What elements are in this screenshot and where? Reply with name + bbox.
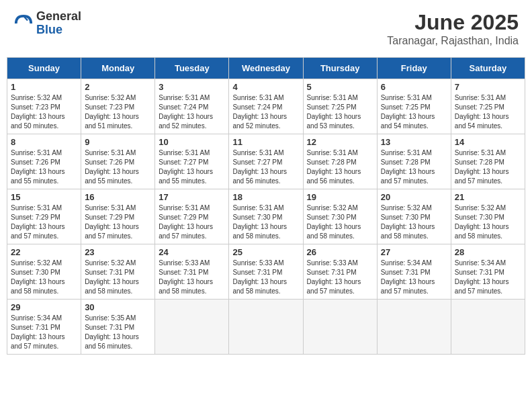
day-info: Sunrise: 5:31 AMSunset: 7:28 PMDaylight:…	[455, 148, 521, 186]
day-number: 22	[11, 247, 77, 257]
day-number: 6	[381, 82, 447, 92]
table-row: 21Sunrise: 5:32 AMSunset: 7:30 PMDayligh…	[451, 189, 525, 244]
location-title: Taranagar, Rajasthan, India	[387, 35, 519, 47]
day-number: 19	[307, 192, 373, 202]
table-row: 11Sunrise: 5:31 AMSunset: 7:27 PMDayligh…	[229, 134, 303, 189]
day-info: Sunrise: 5:31 AMSunset: 7:27 PMDaylight:…	[232, 148, 299, 186]
day-info: Sunrise: 5:31 AMSunset: 7:29 PMDaylight:…	[159, 203, 225, 241]
day-number: 1	[11, 82, 77, 92]
day-number: 17	[159, 192, 225, 202]
day-number: 18	[232, 192, 299, 202]
table-row	[451, 300, 525, 355]
day-number: 10	[159, 137, 225, 147]
day-info: Sunrise: 5:32 AMSunset: 7:23 PMDaylight:…	[85, 93, 151, 131]
day-info: Sunrise: 5:32 AMSunset: 7:31 PMDaylight:…	[85, 259, 151, 296]
day-info: Sunrise: 5:31 AMSunset: 7:25 PMDaylight:…	[307, 93, 373, 131]
table-row: 24Sunrise: 5:33 AMSunset: 7:31 PMDayligh…	[155, 244, 229, 300]
table-row: 14Sunrise: 5:31 AMSunset: 7:28 PMDayligh…	[451, 134, 525, 189]
table-row: 29Sunrise: 5:34 AMSunset: 7:31 PMDayligh…	[7, 300, 81, 355]
day-number: 16	[85, 192, 151, 202]
day-number: 14	[455, 137, 521, 147]
table-row: 18Sunrise: 5:31 AMSunset: 7:30 PMDayligh…	[229, 189, 303, 244]
table-row: 3Sunrise: 5:31 AMSunset: 7:24 PMDaylight…	[155, 79, 229, 134]
day-number: 28	[455, 247, 521, 257]
table-row	[377, 300, 451, 355]
table-row: 8Sunrise: 5:31 AMSunset: 7:26 PMDaylight…	[7, 134, 81, 189]
table-row: 2Sunrise: 5:32 AMSunset: 7:23 PMDaylight…	[81, 79, 155, 134]
day-info: Sunrise: 5:31 AMSunset: 7:30 PMDaylight:…	[232, 203, 299, 241]
col-wednesday: Wednesday	[229, 58, 303, 79]
table-row: 20Sunrise: 5:32 AMSunset: 7:30 PMDayligh…	[377, 189, 451, 244]
table-row: 25Sunrise: 5:33 AMSunset: 7:31 PMDayligh…	[229, 244, 303, 300]
day-info: Sunrise: 5:31 AMSunset: 7:24 PMDaylight:…	[159, 93, 225, 131]
col-monday: Monday	[81, 58, 155, 79]
table-row: 27Sunrise: 5:34 AMSunset: 7:31 PMDayligh…	[377, 244, 451, 300]
day-info: Sunrise: 5:32 AMSunset: 7:23 PMDaylight:…	[11, 93, 77, 131]
day-number: 13	[381, 137, 447, 147]
table-row: 10Sunrise: 5:31 AMSunset: 7:27 PMDayligh…	[155, 134, 229, 189]
day-info: Sunrise: 5:33 AMSunset: 7:31 PMDaylight:…	[307, 259, 373, 296]
calendar-week-1: 1Sunrise: 5:32 AMSunset: 7:23 PMDaylight…	[7, 79, 525, 134]
day-number: 29	[11, 302, 77, 312]
table-row: 6Sunrise: 5:31 AMSunset: 7:25 PMDaylight…	[377, 79, 451, 134]
col-tuesday: Tuesday	[155, 58, 229, 79]
logo-text: General Blue	[36, 10, 81, 37]
day-info: Sunrise: 5:32 AMSunset: 7:30 PMDaylight:…	[307, 203, 373, 241]
day-number: 3	[159, 82, 225, 92]
day-info: Sunrise: 5:31 AMSunset: 7:28 PMDaylight:…	[307, 148, 373, 186]
day-number: 21	[455, 192, 521, 202]
day-number: 30	[85, 302, 151, 312]
day-info: Sunrise: 5:31 AMSunset: 7:29 PMDaylight:…	[11, 203, 77, 241]
day-number: 27	[381, 247, 447, 257]
day-number: 11	[232, 137, 299, 147]
day-number: 9	[85, 137, 151, 147]
table-row: 5Sunrise: 5:31 AMSunset: 7:25 PMDaylight…	[303, 79, 377, 134]
logo-general: General	[36, 10, 81, 24]
day-number: 20	[381, 192, 447, 202]
table-row: 16Sunrise: 5:31 AMSunset: 7:29 PMDayligh…	[81, 189, 155, 244]
calendar-week-2: 8Sunrise: 5:31 AMSunset: 7:26 PMDaylight…	[7, 134, 525, 189]
table-row: 9Sunrise: 5:31 AMSunset: 7:26 PMDaylight…	[81, 134, 155, 189]
table-row: 13Sunrise: 5:31 AMSunset: 7:28 PMDayligh…	[377, 134, 451, 189]
calendar-header-row: Sunday Monday Tuesday Wednesday Thursday…	[7, 58, 525, 79]
table-row: 12Sunrise: 5:31 AMSunset: 7:28 PMDayligh…	[303, 134, 377, 189]
col-friday: Friday	[377, 58, 451, 79]
day-info: Sunrise: 5:31 AMSunset: 7:29 PMDaylight:…	[85, 203, 151, 241]
day-number: 26	[307, 247, 373, 257]
day-info: Sunrise: 5:33 AMSunset: 7:31 PMDaylight:…	[159, 259, 225, 296]
table-row	[229, 300, 303, 355]
day-info: Sunrise: 5:34 AMSunset: 7:31 PMDaylight:…	[11, 314, 77, 351]
day-info: Sunrise: 5:32 AMSunset: 7:30 PMDaylight:…	[381, 203, 447, 241]
calendar-week-4: 22Sunrise: 5:32 AMSunset: 7:30 PMDayligh…	[7, 244, 525, 300]
day-number: 8	[11, 137, 77, 147]
title-block: June 2025 Taranagar, Rajasthan, India	[387, 10, 519, 47]
day-info: Sunrise: 5:31 AMSunset: 7:26 PMDaylight:…	[11, 148, 77, 186]
table-row: 15Sunrise: 5:31 AMSunset: 7:29 PMDayligh…	[7, 189, 81, 244]
logo-blue: Blue	[36, 24, 81, 37]
table-row: 30Sunrise: 5:35 AMSunset: 7:31 PMDayligh…	[81, 300, 155, 355]
calendar-week-3: 15Sunrise: 5:31 AMSunset: 7:29 PMDayligh…	[7, 189, 525, 244]
calendar-week-5: 29Sunrise: 5:34 AMSunset: 7:31 PMDayligh…	[7, 300, 525, 355]
day-info: Sunrise: 5:33 AMSunset: 7:31 PMDaylight:…	[232, 259, 299, 296]
day-number: 5	[307, 82, 373, 92]
day-info: Sunrise: 5:31 AMSunset: 7:24 PMDaylight:…	[232, 93, 299, 131]
day-info: Sunrise: 5:31 AMSunset: 7:25 PMDaylight:…	[381, 93, 447, 131]
col-saturday: Saturday	[451, 58, 525, 79]
table-row: 19Sunrise: 5:32 AMSunset: 7:30 PMDayligh…	[303, 189, 377, 244]
col-sunday: Sunday	[7, 58, 81, 79]
table-row: 4Sunrise: 5:31 AMSunset: 7:24 PMDaylight…	[229, 79, 303, 134]
table-row: 28Sunrise: 5:34 AMSunset: 7:31 PMDayligh…	[451, 244, 525, 300]
col-thursday: Thursday	[303, 58, 377, 79]
table-row	[303, 300, 377, 355]
calendar-table: Sunday Monday Tuesday Wednesday Thursday…	[7, 57, 525, 355]
day-number: 4	[232, 82, 299, 92]
page-header: General Blue June 2025 Taranagar, Rajast…	[7, 7, 525, 50]
day-info: Sunrise: 5:34 AMSunset: 7:31 PMDaylight:…	[455, 259, 521, 296]
logo: General Blue	[13, 10, 81, 37]
day-number: 15	[11, 192, 77, 202]
day-number: 2	[85, 82, 151, 92]
table-row: 22Sunrise: 5:32 AMSunset: 7:30 PMDayligh…	[7, 244, 81, 300]
day-info: Sunrise: 5:32 AMSunset: 7:30 PMDaylight:…	[11, 259, 77, 296]
table-row: 7Sunrise: 5:31 AMSunset: 7:25 PMDaylight…	[451, 79, 525, 134]
day-info: Sunrise: 5:32 AMSunset: 7:30 PMDaylight:…	[455, 203, 521, 241]
